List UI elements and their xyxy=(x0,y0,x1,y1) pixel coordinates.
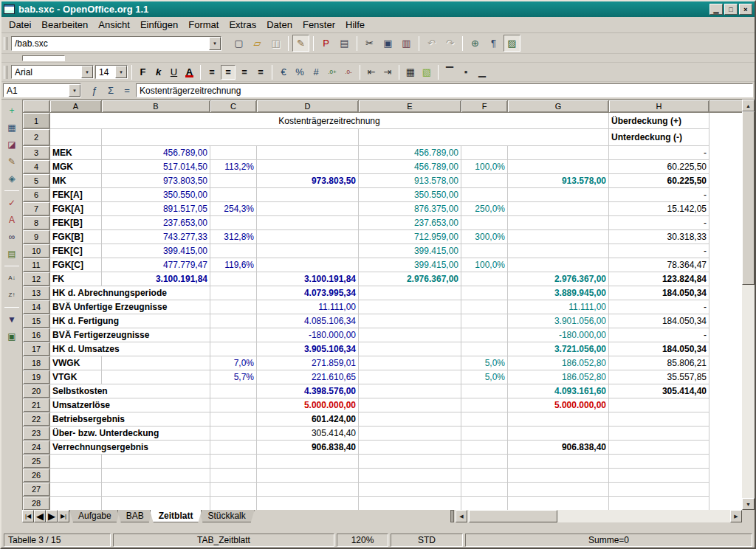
cell-G16[interactable]: -180.000,00 xyxy=(508,328,609,342)
cell-G26[interactable] xyxy=(508,469,609,483)
cut-icon[interactable]: ✂ xyxy=(361,35,378,52)
row-header-21[interactable]: 21 xyxy=(23,398,50,412)
cell-G3[interactable] xyxy=(508,146,609,160)
cell-E19[interactable] xyxy=(359,370,461,384)
cell-B6[interactable]: 350.550,00 xyxy=(102,188,210,202)
status-page-style[interactable]: TAB_Zeitblatt xyxy=(113,534,334,547)
sort-descending-icon[interactable]: Z↑ xyxy=(4,287,20,303)
stylist-icon[interactable]: ¶ xyxy=(485,35,502,52)
print-icon[interactable]: ▤ xyxy=(336,35,353,52)
cell-G5[interactable]: 913.578,00 xyxy=(508,174,609,188)
function-icon[interactable]: = xyxy=(120,83,134,98)
cell-F25[interactable] xyxy=(461,455,508,469)
cell-B2[interactable]: Istkostenrechnung xyxy=(102,129,359,146)
close-button[interactable]: × xyxy=(739,4,752,15)
column-header-E[interactable]: E xyxy=(359,100,461,113)
horizontal-scroll-track[interactable] xyxy=(467,510,730,522)
cell-F8[interactable] xyxy=(461,216,508,230)
cell-G27[interactable] xyxy=(508,483,609,497)
cell-C20[interactable] xyxy=(210,384,257,398)
status-selection-mode[interactable]: STD xyxy=(391,534,463,547)
row-header-23[interactable]: 23 xyxy=(23,427,50,441)
cell-E25[interactable] xyxy=(359,455,461,469)
column-header-G[interactable]: G xyxy=(508,100,609,113)
cell-F13[interactable] xyxy=(461,286,508,300)
paste-icon[interactable]: ▥ xyxy=(398,35,415,52)
cell-C10[interactable] xyxy=(210,244,257,258)
align-right-icon[interactable]: ≡ xyxy=(237,65,252,80)
row-header-3[interactable]: 3 xyxy=(23,146,50,160)
cell-G6[interactable] xyxy=(508,188,609,202)
cell-A28[interactable] xyxy=(50,497,102,511)
cell-E17[interactable] xyxy=(359,342,461,356)
cell-C13[interactable] xyxy=(210,286,257,300)
row-header-11[interactable]: 11 xyxy=(23,258,50,272)
cell-H10[interactable]: - xyxy=(609,244,709,258)
cell-B10[interactable]: 399.415,00 xyxy=(102,244,210,258)
cell-C3[interactable] xyxy=(210,146,257,160)
cell-A26[interactable] xyxy=(50,469,102,483)
select-all-corner[interactable] xyxy=(23,100,50,113)
cell-B19[interactable] xyxy=(102,370,210,384)
column-header-C[interactable]: C xyxy=(210,100,257,113)
cell-A6[interactable]: FEK[A] xyxy=(50,188,102,202)
bold-button[interactable]: F xyxy=(136,65,150,79)
cell-C19[interactable]: 5,7% xyxy=(210,370,257,384)
row-header-6[interactable]: 6 xyxy=(23,188,50,202)
cell-F12[interactable] xyxy=(461,272,508,286)
cell-A23[interactable]: Über- bzw. Unterdeckung xyxy=(50,427,210,441)
cell-C9[interactable]: 312,8% xyxy=(210,230,257,244)
cell-C24[interactable] xyxy=(210,441,257,455)
cell-A20[interactable]: Selbstkosten xyxy=(50,384,210,398)
sheet-tab-stückkalk[interactable]: Stückkalk xyxy=(199,510,254,522)
cell-B4[interactable]: 517.014,50 xyxy=(102,160,210,174)
vertical-scroll-track[interactable] xyxy=(742,111,755,498)
cell-A16[interactable]: BVÄ Fertigerzeugnisse xyxy=(50,328,210,342)
row-header-9[interactable]: 9 xyxy=(23,230,50,244)
edit-file-icon[interactable]: ✎ xyxy=(292,35,309,52)
cell-D24[interactable]: 906.838,40 xyxy=(257,441,359,455)
row-header-12[interactable]: 12 xyxy=(23,272,50,286)
row-header-28[interactable]: 28 xyxy=(23,497,50,511)
sum-icon[interactable]: Σ xyxy=(103,83,118,98)
cell-E28[interactable] xyxy=(359,497,461,511)
menu-bearbeiten[interactable]: Bearbeiten xyxy=(36,18,93,32)
cell-H6[interactable]: - xyxy=(609,188,709,202)
cell-C23[interactable] xyxy=(210,427,257,441)
cell-C17[interactable] xyxy=(210,342,257,356)
italic-button[interactable]: k xyxy=(151,65,165,79)
cell-B11[interactable]: 477.779,47 xyxy=(102,258,210,272)
open-document-icon[interactable]: ▱ xyxy=(249,35,266,52)
formula-input[interactable]: Kostenträgerzeitrechnung xyxy=(136,83,753,97)
cell-D3[interactable] xyxy=(257,146,359,160)
cell-B8[interactable]: 237.653,00 xyxy=(102,216,210,230)
cell-G24[interactable]: 906.838,40 xyxy=(508,441,609,455)
cell-H23[interactable] xyxy=(609,427,709,441)
cell-A15[interactable]: HK d. Fertigung xyxy=(50,314,210,328)
cell-H5[interactable]: 60.225,50 xyxy=(609,174,709,188)
cell-E26[interactable] xyxy=(359,469,461,483)
insert-object-icon[interactable]: ◪ xyxy=(4,137,20,153)
menu-fenster[interactable]: Fenster xyxy=(298,18,340,32)
scroll-down-icon[interactable]: ▼ xyxy=(742,498,755,510)
cell-D25[interactable] xyxy=(257,455,359,469)
cell-D9[interactable] xyxy=(257,230,359,244)
cell-F16[interactable] xyxy=(461,328,508,342)
cell-D26[interactable] xyxy=(257,469,359,483)
cell-A27[interactable] xyxy=(50,483,102,497)
cell-H2[interactable]: Unterdeckung (-) xyxy=(609,129,709,146)
spellcheck-icon[interactable]: ✓ xyxy=(4,195,20,211)
font-color-button[interactable]: A xyxy=(182,65,196,79)
row-header-14[interactable]: 14 xyxy=(23,300,50,314)
cell-F23[interactable] xyxy=(461,427,508,441)
cell-A17[interactable]: HK d. Umsatzes xyxy=(50,342,210,356)
cell-A14[interactable]: BVÄ Unfertige Erzeugnisse xyxy=(50,300,210,314)
row-header-17[interactable]: 17 xyxy=(23,342,50,356)
cell-C6[interactable] xyxy=(210,188,257,202)
row-header-26[interactable]: 26 xyxy=(23,469,50,483)
cell-D17[interactable]: 3.905.106,34 xyxy=(257,342,359,356)
cell-G21[interactable]: 5.000.000,00 xyxy=(508,398,609,412)
cell-H19[interactable]: 35.557,85 xyxy=(609,370,709,384)
sheet-tab-aufgabe[interactable]: Aufgabe xyxy=(69,510,120,522)
cell-F11[interactable]: 100,0% xyxy=(461,258,508,272)
